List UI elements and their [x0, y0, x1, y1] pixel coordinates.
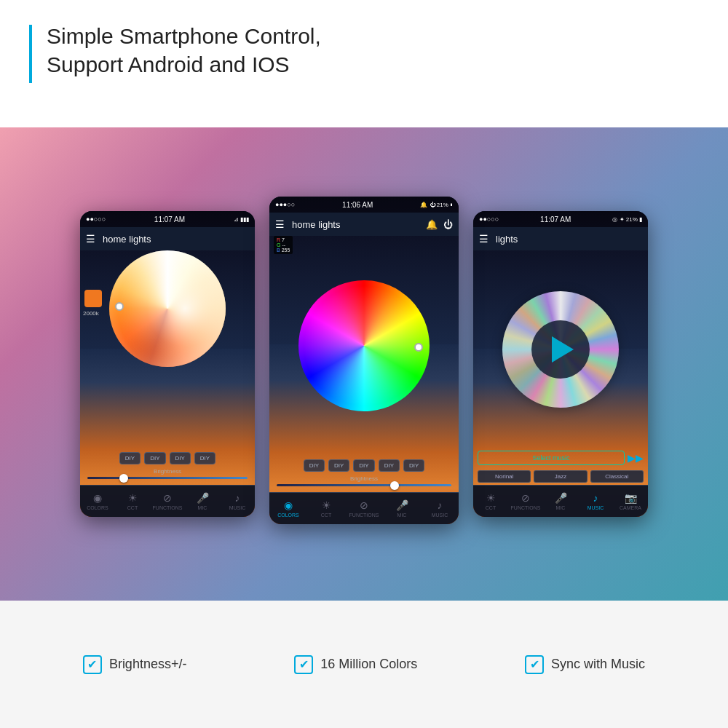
diy-c-btn-5[interactable]: DIY: [403, 459, 424, 472]
tab-music-left[interactable]: ♪ MUSIC: [220, 492, 255, 510]
tab-mic-right[interactable]: 🎤 MIC: [543, 492, 578, 510]
mode-jazz-btn[interactable]: Jazz: [534, 470, 587, 483]
brightness-label-left: Brightness: [87, 468, 248, 475]
status-left-left: ●●○○○: [86, 215, 106, 223]
feature-colors: ✔ 16 Million Colors: [294, 655, 417, 674]
tab-mic-center[interactable]: 🎤 MIC: [383, 499, 421, 518]
tab-label-music-right: MUSIC: [587, 505, 604, 510]
check-brightness: ✔: [83, 655, 102, 674]
tab-camera-right[interactable]: 📷 CAMERA: [613, 492, 648, 510]
tab-functions-right[interactable]: ⊘ FUNCTIONS: [508, 492, 543, 510]
full-wheel-container: [298, 280, 430, 411]
warm-color-wheel[interactable]: [109, 250, 226, 367]
diy-c-btn-1[interactable]: DIY: [304, 459, 325, 472]
status-time-center: 11:06 AM: [342, 201, 373, 209]
tab-label-functions-center: FUNCTIONS: [349, 513, 379, 518]
functions-icon-center: ⊘: [360, 499, 368, 511]
tab-functions-center[interactable]: ⊘ FUNCTIONS: [345, 499, 383, 518]
headline-line2: Support Android and IOS: [47, 50, 321, 79]
brightness-wrap-center: Brightness: [269, 475, 459, 492]
cd-hole: [531, 320, 590, 379]
hamburger-icon-left: ☰: [86, 233, 95, 245]
phone-center-inner: ●●●○○ 11:06 AM 🔔 ⏻ 21% ▮ ☰ home lights 🔔…: [269, 197, 459, 524]
status-right-center: 🔔 ⏻ 21% ▮: [420, 202, 453, 208]
diy-row-center: DIY DIY DIY DIY DIY: [269, 456, 459, 475]
tab-label-functions-left: FUNCTIONS: [153, 505, 183, 510]
phone-center: ●●●○○ 11:06 AM 🔔 ⏻ 21% ▮ ☰ home lights 🔔…: [269, 197, 459, 524]
tab-colors-center[interactable]: ◉ COLORS: [269, 499, 307, 518]
check-sync: ✔: [525, 655, 544, 674]
phone-left-inner: ●●○○○ 11:07 AM ⊿ ▮▮▮ ☰ home lights 2000k: [80, 211, 255, 517]
camera-icon-right: 📷: [625, 492, 637, 504]
brightness-slider-left[interactable]: [87, 477, 248, 479]
rgb-g-label: G: [277, 242, 280, 248]
tab-label-mic-right: MIC: [556, 505, 566, 510]
tab-label-mic-center: MIC: [397, 513, 407, 518]
cct-icon-left: ☀: [128, 492, 138, 504]
brightness-slider-center[interactable]: [277, 484, 451, 486]
status-bar-left: ●●○○○ 11:07 AM ⊿ ▮▮▮: [80, 211, 255, 227]
cd-disc-container: [502, 291, 619, 408]
tab-cct-right[interactable]: ☀ CCT: [473, 492, 508, 510]
select-music-button[interactable]: Select music: [478, 451, 625, 465]
status-left-center: ●●●○○: [275, 201, 295, 208]
diy-c-btn-3[interactable]: DIY: [353, 459, 374, 472]
mic-icon-left: 🎤: [197, 492, 209, 504]
nav-bar-right: ☰ lights: [473, 227, 648, 250]
slider-thumb-center[interactable]: [390, 481, 399, 490]
feature-brightness-label: Brightness+/-: [109, 657, 187, 672]
brightness-label-center: Brightness: [277, 475, 451, 482]
mode-classical-btn[interactable]: Classical: [590, 470, 644, 483]
warm-wheel-container: [109, 250, 226, 367]
tab-label-camera-right: CAMERA: [620, 505, 641, 510]
tab-label-music-left: MUSIC: [229, 505, 246, 510]
feature-sync-label: Sync with Music: [551, 657, 645, 672]
tab-label-colors-center: COLORS: [277, 513, 299, 518]
cd-disc[interactable]: [502, 291, 619, 408]
tab-label-functions-right: FUNCTIONS: [511, 505, 541, 510]
mode-normal-btn[interactable]: Norinal: [478, 470, 531, 483]
status-right-left: ⊿ ▮▮▮: [234, 216, 249, 223]
diy-btn-3[interactable]: DIY: [170, 452, 191, 464]
play-icon: [552, 336, 574, 363]
tab-music-right[interactable]: ♪ MUSIC: [578, 492, 613, 510]
headline-line1: Simple Smartphone Control,: [47, 22, 321, 50]
nav-title-left: home lights: [103, 234, 249, 245]
rgb-b-val: 255: [282, 248, 290, 253]
nav-bar-left: ☰ home lights: [80, 227, 255, 250]
fast-forward-icon[interactable]: ▶▶: [628, 452, 644, 464]
rgb-g-val: --: [282, 242, 285, 248]
phones-section: ●●○○○ 11:07 AM ⊿ ▮▮▮ ☰ home lights 2000k: [0, 127, 728, 601]
tab-music-center[interactable]: ♪ MUSIC: [421, 499, 459, 518]
diy-c-btn-2[interactable]: DIY: [328, 459, 349, 472]
rgb-r-val: 7: [282, 237, 285, 242]
tab-cct-center[interactable]: ☀ CCT: [307, 499, 345, 518]
full-color-wheel[interactable]: [298, 280, 430, 411]
music-icon-left: ♪: [235, 492, 240, 504]
headline: Simple Smartphone Control, Support Andro…: [47, 22, 321, 79]
tab-label-cct-right: CCT: [486, 505, 496, 510]
status-right-right: ◎ ✦ 21% ▮: [612, 216, 642, 223]
cd-disc-wrap: [473, 250, 648, 448]
brightness-wrap-left: Brightness: [80, 468, 255, 485]
nav-title-center: home lights: [292, 219, 422, 230]
hamburger-icon-right: ☰: [479, 233, 488, 245]
feature-sync: ✔ Sync with Music: [525, 655, 645, 674]
power-icon[interactable]: ⏻: [443, 219, 453, 230]
diy-btn-1[interactable]: DIY: [119, 452, 141, 464]
tab-colors-left[interactable]: ◉ COLORS: [80, 492, 115, 510]
tab-mic-left[interactable]: 🎤 MIC: [185, 492, 220, 510]
tab-bar-right: ☀ CCT ⊘ FUNCTIONS 🎤 MIC ♪ MUSIC: [473, 485, 648, 517]
mic-icon-right: 🎤: [555, 492, 567, 504]
phone-right-inner: ●●○○○ 11:07 AM ◎ ✦ 21% ▮ ☰ lights: [473, 211, 648, 517]
cct-icon-right: ☀: [486, 492, 496, 504]
slider-thumb-left[interactable]: [119, 474, 128, 483]
diy-btn-2[interactable]: DIY: [144, 452, 165, 464]
diy-btn-4[interactable]: DIY: [194, 452, 215, 464]
tab-cct-left[interactable]: ☀ CCT: [115, 492, 150, 510]
tab-functions-left[interactable]: ⊘ FUNCTIONS: [150, 492, 185, 510]
tab-label-cct-left: CCT: [127, 505, 138, 510]
color-temp-left: 2000k: [83, 310, 99, 317]
diy-c-btn-4[interactable]: DIY: [379, 459, 400, 472]
alarm-icon[interactable]: 🔔: [426, 219, 438, 230]
